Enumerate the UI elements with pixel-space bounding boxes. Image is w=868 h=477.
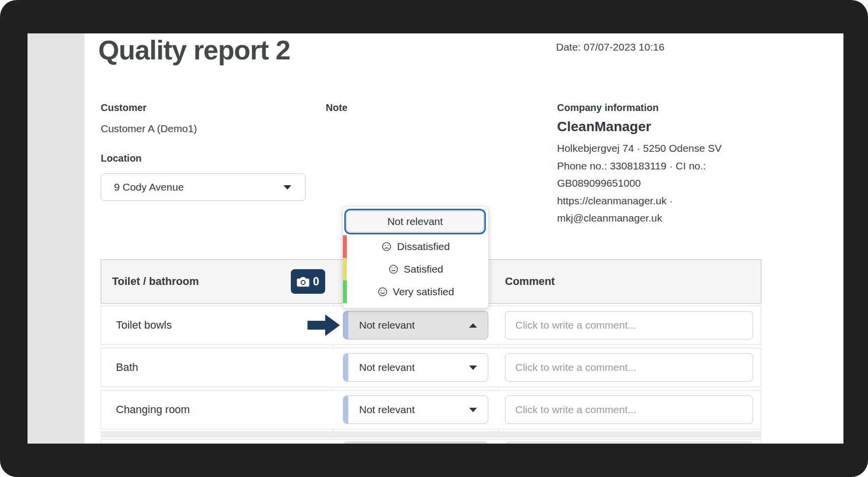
location-label: Location	[101, 153, 141, 164]
location-select-value: 9 Cody Avenue	[114, 181, 184, 193]
row-name: Toilet bowls	[116, 306, 172, 344]
company-address-line: Phone no.: 3308183119 · CI no.:	[557, 157, 773, 175]
company-address-line: https://cleanmanager.uk ·	[557, 192, 773, 210]
table-row: Toilet bowls Not relevant	[101, 306, 761, 345]
rating-dropdown[interactable]: Not relevant	[343, 353, 488, 382]
report-page: Quality report 2 Date: 07/07-2023 10:16 …	[84, 33, 843, 444]
ratings-dropdown-menu: Not relevant Dissatisfied	[342, 206, 489, 309]
table-row: Changing room Not relevant	[101, 390, 761, 429]
pointer-arrow-icon	[308, 314, 340, 336]
menu-option-satisfied[interactable]: Satisfied	[347, 258, 484, 281]
comment-input[interactable]	[505, 442, 753, 444]
chevron-up-icon	[469, 323, 477, 328]
option-color-strip-yellow	[343, 258, 347, 281]
rating-value: Not relevant	[359, 404, 415, 416]
menu-option-very-satisfied[interactable]: Very satisfied	[347, 281, 484, 303]
rating-dropdown[interactable]: Not relevant	[343, 395, 488, 424]
company-address-line: Holkebjergvej 74 · 5250 Odense SV	[557, 140, 773, 157]
rating-accent-strip	[343, 311, 348, 339]
company-address-line: mkj@cleanmanager.uk	[557, 209, 773, 227]
menu-option-label: Satisfied	[404, 263, 444, 275]
neutral-face-icon	[388, 264, 399, 275]
rating-dropdown[interactable]: Not relevant	[343, 311, 488, 339]
menu-option-not-relevant[interactable]: Not relevant	[346, 211, 484, 232]
menu-option-label: Dissatisfied	[397, 241, 449, 253]
camera-count-button[interactable]: 0	[291, 269, 325, 294]
chevron-down-icon	[283, 185, 291, 190]
photo-count: 0	[313, 275, 319, 288]
option-color-strip-red	[343, 235, 347, 258]
customer-value: Customer A (Demo1)	[101, 123, 197, 135]
location-select[interactable]: 9 Cody Avenue	[101, 173, 306, 201]
rating-value: Not relevant	[359, 319, 415, 331]
rating-accent-strip	[343, 396, 348, 423]
report-date: Date: 07/07-2023 10:16	[556, 41, 664, 53]
table-row	[101, 439, 761, 444]
page-title: Quality report 2	[98, 34, 290, 66]
option-color-strip-green	[343, 281, 347, 303]
table-row: Bath Not relevant	[101, 348, 761, 387]
company-address-line: GB089099651000	[557, 174, 773, 192]
report-viewport: Quality report 2 Date: 07/07-2023 10:16 …	[28, 33, 843, 444]
menu-option-label: Very satisfied	[393, 286, 454, 298]
comment-header: Comment	[505, 260, 555, 303]
section-separator	[101, 431, 761, 438]
company-name: CleanManager	[557, 119, 651, 135]
rating-accent-strip	[343, 354, 348, 381]
comment-input[interactable]	[505, 311, 753, 339]
comment-input[interactable]	[505, 353, 753, 382]
menu-option-dissatisfied[interactable]: Dissatisfied	[347, 235, 484, 258]
sad-face-icon	[381, 241, 392, 252]
chevron-down-icon	[469, 408, 477, 412]
section-title: Toilet / bathroom	[112, 260, 199, 303]
row-name: Changing room	[116, 391, 190, 429]
camera-icon	[297, 276, 309, 287]
chevron-down-icon	[469, 365, 477, 370]
company-info-label: Company information	[557, 102, 659, 113]
rating-dropdown[interactable]	[343, 442, 488, 444]
happy-face-icon	[377, 286, 388, 297]
company-address-block: Holkebjergvej 74 · 5250 Odense SV Phone …	[557, 140, 773, 227]
comment-input[interactable]	[505, 395, 753, 424]
device-frame: Quality report 2 Date: 07/07-2023 10:16 …	[0, 0, 868, 477]
customer-label: Customer	[101, 102, 146, 113]
note-label: Note	[326, 102, 347, 113]
rating-value: Not relevant	[359, 362, 415, 373]
row-name: Bath	[116, 348, 138, 387]
